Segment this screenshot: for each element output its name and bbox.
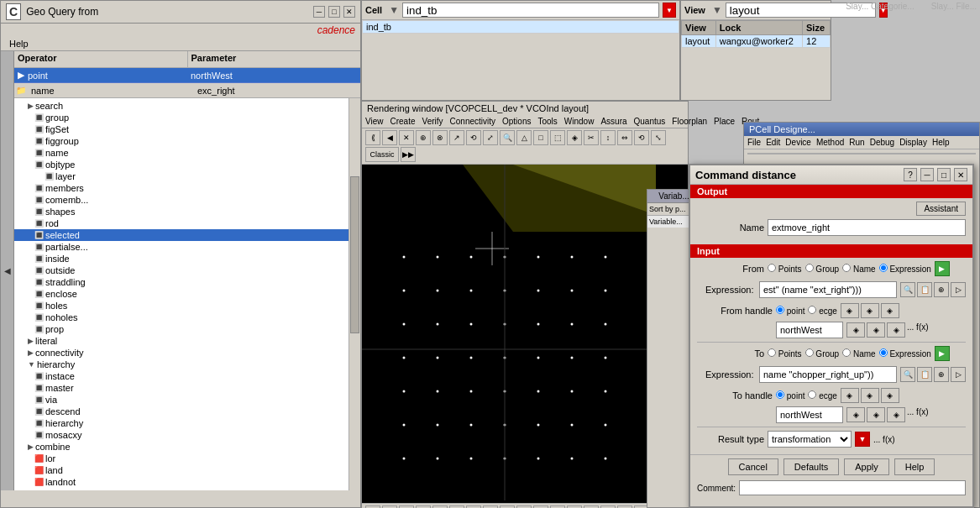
menu-verify[interactable]: Verify [422, 117, 443, 126]
from-icon-button[interactable]: ▶ [935, 261, 950, 276]
to-handle-val-btn-3[interactable]: ◈ [887, 407, 905, 422]
pcell-menu-edit[interactable]: Edit [766, 138, 780, 147]
tree-item-selected[interactable]: 🔳 selected [14, 229, 360, 241]
tree-item-inside[interactable]: 🔳 inside [14, 253, 360, 264]
tree-item-landnot[interactable]: 🟥 landnot [14, 476, 360, 488]
tb-btn-6[interactable]: ↗ [449, 130, 464, 145]
tb-btn-12[interactable]: ⬚ [550, 130, 565, 145]
tree-item-straddling[interactable]: 🔳 straddling [14, 276, 360, 288]
to-name-radio[interactable]: Name [842, 348, 875, 359]
tree-item-descend[interactable]: 🔳 descend [14, 406, 360, 417]
comment-input[interactable] [739, 480, 966, 495]
pcell-menu-file[interactable]: File [747, 138, 761, 147]
handle-point-radio[interactable]: point [776, 306, 804, 316]
handle-ecge-radio[interactable]: ecge [808, 306, 836, 316]
menu-quantus[interactable]: Quantus [634, 117, 666, 126]
tb-btn-18[interactable]: ⤡ [651, 130, 666, 145]
tb-btn-7[interactable]: ⟲ [466, 130, 481, 145]
canvas-area[interactable] [362, 165, 688, 503]
name-input[interactable] [768, 219, 966, 236]
menu-assura[interactable]: Assura [600, 117, 626, 126]
to-expr-icon-3[interactable]: ⊕ [934, 367, 949, 382]
tb-btn-1[interactable]: ⟪ [365, 130, 380, 145]
to-expr-icon-1[interactable]: 🔍 [900, 367, 915, 382]
maximize-button[interactable]: □ [328, 6, 340, 18]
to-expression-input[interactable] [759, 366, 897, 383]
expr-icon-4[interactable]: ▷ [951, 282, 966, 297]
tree-item-connectivity[interactable]: ▶ connectivity [14, 347, 360, 359]
menu-window[interactable]: Window [564, 117, 595, 126]
tree-item-holes[interactable]: 🔳 holes [14, 300, 360, 312]
tree-item-group[interactable]: 🔳 group [14, 112, 360, 123]
pcell-menu-debug[interactable]: Debug [870, 138, 894, 147]
classic-btn[interactable]: Classic [365, 147, 399, 162]
cancel-button[interactable]: Cancel [728, 458, 778, 475]
tree-item-layer[interactable]: 🔳 layer [14, 170, 360, 182]
to-points-radio[interactable]: Points [768, 348, 802, 359]
handle-val-btn-2[interactable]: ◈ [867, 322, 885, 338]
tree-item-land[interactable]: 🟥 land [14, 464, 360, 476]
to-expression-radio[interactable]: Expression [879, 348, 931, 359]
tree-item-figset[interactable]: 🔳 figSet [14, 123, 360, 135]
to-icon-button[interactable]: ▶ [935, 346, 950, 361]
handle-btn-3[interactable]: ◈ [881, 303, 899, 318]
menu-create[interactable]: Create [390, 117, 416, 126]
handle-val-btn-3[interactable]: ◈ [887, 322, 905, 338]
from-expression-radio[interactable]: Expression [879, 264, 931, 274]
to-handle-btn-3[interactable]: ◈ [881, 388, 899, 403]
to-expr-icon-2[interactable]: 📋 [917, 367, 932, 382]
handle-btn-1[interactable]: ◈ [841, 303, 859, 318]
tb-btn-11[interactable]: □ [533, 130, 548, 145]
tree-item-search[interactable]: ▶ search [14, 100, 360, 112]
handle-btn-2[interactable]: ◈ [861, 303, 879, 318]
tree-item-name[interactable]: 🔳 name [14, 147, 360, 159]
to-handle-btn-2[interactable]: ◈ [861, 388, 879, 403]
cell-search-input[interactable] [402, 3, 659, 18]
expr-icon-1[interactable]: 🔍 [900, 282, 915, 297]
tb-btn-8[interactable]: ⤢ [483, 130, 498, 145]
tree-item-enclose[interactable]: 🔳 enclose [14, 288, 360, 300]
result-type-select[interactable]: transformation [768, 431, 852, 448]
defaults-button[interactable]: Defaults [783, 458, 839, 475]
to-group-radio[interactable]: Group [805, 348, 840, 359]
result-dropdown-btn[interactable]: ▼ [855, 432, 870, 447]
tree-item-noholes[interactable]: 🔳 noholes [14, 312, 360, 323]
menu-tools[interactable]: Tools [537, 117, 557, 126]
tb-btn-5[interactable]: ⊗ [432, 130, 448, 145]
tree-item-partialse[interactable]: 🔳 partialse... [14, 241, 360, 253]
tree-item-hierarchy[interactable]: 🔳 hierarchy [14, 417, 360, 429]
close-button[interactable]: ✕ [343, 6, 355, 18]
to-handle-ecge-radio[interactable]: ecge [808, 390, 836, 401]
tree-item-or[interactable]: ⊂ or [14, 488, 360, 490]
tb-btn-10[interactable]: △ [516, 130, 532, 145]
pcell-menu-display[interactable]: Display [899, 138, 927, 147]
pcell-menu-device[interactable]: Device [785, 138, 811, 147]
tb-btn-2[interactable]: ◀ [382, 130, 397, 145]
pcell-menu-help[interactable]: Help [932, 138, 950, 147]
cmd-question-button[interactable]: ? [904, 168, 917, 181]
from-group-radio[interactable]: Group [805, 264, 840, 274]
from-name-radio[interactable]: Name [842, 264, 875, 274]
cell-row[interactable]: ind_tb [363, 21, 679, 34]
cell-dropdown-button[interactable]: ▼ [663, 3, 676, 18]
tree-item-figgroup[interactable]: 🔳 figgroup [14, 135, 360, 147]
tb-btn-13[interactable]: ◈ [567, 130, 582, 145]
tree-item-comemb[interactable]: 🔳 comemb... [14, 194, 360, 206]
to-handle-val-btn-1[interactable]: ◈ [846, 407, 865, 422]
tree-item-members[interactable]: 🔳 members [14, 182, 360, 194]
tree-item-via[interactable]: 🔳 via [14, 394, 360, 406]
from-points-radio[interactable]: Points [768, 264, 802, 274]
menu-help[interactable]: Help [6, 38, 32, 50]
to-handle-val-btn-2[interactable]: ◈ [867, 407, 885, 422]
minimize-button[interactable]: ─ [313, 6, 325, 18]
menu-options[interactable]: Options [502, 117, 531, 126]
tree-item-rod[interactable]: 🔳 rod [14, 217, 360, 229]
tree-scrollbar[interactable] [349, 98, 360, 490]
tb-btn-9[interactable]: 🔍 [500, 130, 515, 145]
expr-icon-2[interactable]: 📋 [917, 282, 932, 297]
menu-connectivity[interactable]: Connectivity [450, 117, 495, 126]
from-handle-input[interactable] [776, 322, 843, 338]
to-handle-point-radio[interactable]: point [776, 390, 804, 401]
tree-item-lor[interactable]: 🟥 lor [14, 453, 360, 464]
pcell-menu-method[interactable]: Method [816, 138, 844, 147]
